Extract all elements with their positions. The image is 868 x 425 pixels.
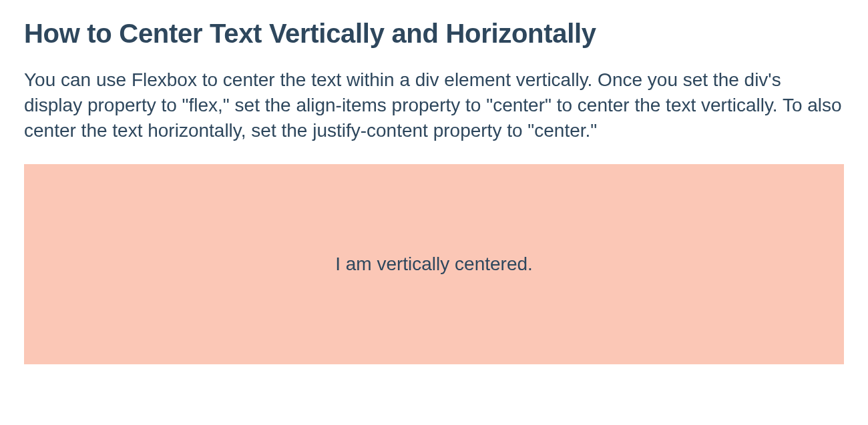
page-heading: How to Center Text Vertically and Horizo… bbox=[24, 19, 844, 49]
demo-centered-text: I am vertically centered. bbox=[335, 254, 533, 275]
page-description: You can use Flexbox to center the text w… bbox=[24, 67, 844, 143]
demo-flex-container: I am vertically centered. bbox=[24, 164, 844, 364]
